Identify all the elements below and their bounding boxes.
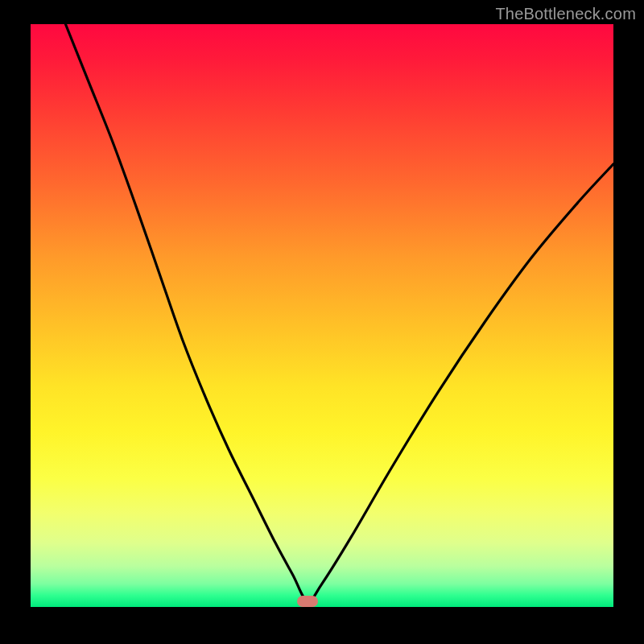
minimum-marker — [297, 596, 318, 607]
plot-area — [31, 24, 613, 607]
watermark-text: TheBottleneck.com — [495, 5, 636, 23]
bottleneck-curve — [31, 24, 613, 607]
chart-frame: TheBottleneck.com — [0, 0, 644, 644]
